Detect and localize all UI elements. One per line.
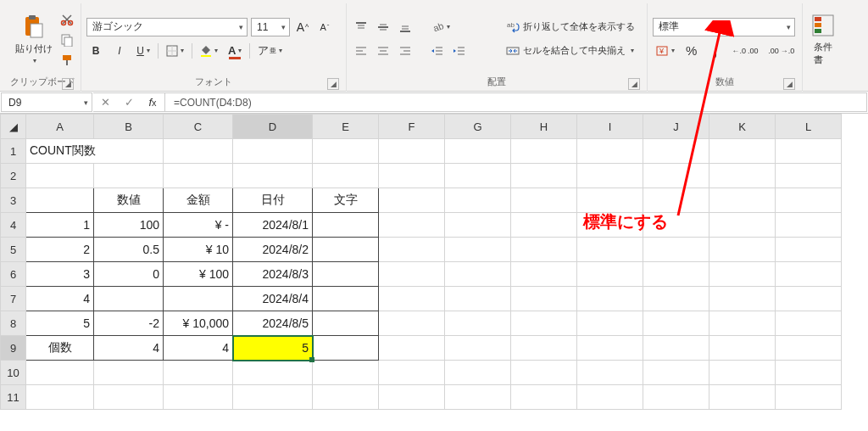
cell[interactable] (776, 287, 842, 311)
fill-color-button[interactable]: ▾ (198, 42, 220, 60)
percent-button[interactable]: % (682, 42, 701, 60)
increase-decimal-button[interactable]: ←.0.00 (730, 42, 761, 60)
cell[interactable] (379, 262, 445, 287)
cell[interactable]: 文字 (313, 188, 379, 213)
cell[interactable] (313, 213, 379, 238)
cell[interactable] (379, 188, 445, 213)
col-header[interactable]: E (313, 115, 379, 139)
cell[interactable]: 4 (164, 336, 233, 361)
cell[interactable] (643, 361, 709, 385)
dialog-launcher-icon[interactable]: ◢ (327, 78, 339, 90)
col-header[interactable]: F (379, 115, 445, 139)
cell[interactable]: 0.5 (94, 238, 164, 262)
row-header[interactable]: 4 (1, 213, 26, 238)
name-box[interactable]: D9 ▾ (1, 92, 92, 112)
active-cell[interactable]: 5 (233, 336, 313, 361)
cell[interactable] (379, 311, 445, 336)
enter-formula-button[interactable]: ✓ (117, 96, 141, 109)
cell[interactable] (445, 311, 511, 336)
cell[interactable] (379, 361, 445, 385)
cell[interactable] (164, 164, 233, 188)
cell[interactable] (577, 262, 643, 287)
decrease-font-button[interactable]: Aˇ (315, 18, 334, 36)
cell[interactable] (577, 188, 643, 213)
cell[interactable]: ¥ 10,000 (164, 311, 233, 336)
cell[interactable] (313, 238, 379, 262)
cell[interactable]: 2024/8/2 (233, 238, 313, 262)
conditional-formatting-button[interactable]: 条件書 (808, 14, 838, 66)
cell[interactable] (313, 164, 379, 188)
cell[interactable] (511, 385, 577, 410)
cell[interactable] (26, 361, 94, 385)
align-right-button[interactable] (396, 42, 415, 60)
row-header[interactable]: 8 (1, 311, 26, 336)
italic-button[interactable]: I (110, 42, 129, 60)
cell[interactable] (445, 262, 511, 287)
col-header[interactable]: H (511, 115, 577, 139)
format-painter-button[interactable] (59, 53, 75, 68)
cell[interactable] (643, 164, 709, 188)
cell[interactable]: 日付 (233, 188, 313, 213)
cell[interactable] (511, 361, 577, 385)
cell[interactable] (26, 385, 94, 410)
col-header[interactable]: K (709, 115, 776, 139)
cell[interactable]: -2 (94, 311, 164, 336)
cell[interactable] (511, 287, 577, 311)
cell[interactable] (379, 287, 445, 311)
cell[interactable]: 4 (94, 336, 164, 361)
cell[interactable] (26, 188, 94, 213)
cell[interactable]: ¥ 10 (164, 238, 233, 262)
cell[interactable] (94, 164, 164, 188)
cell[interactable]: 金額 (164, 188, 233, 213)
cell[interactable] (577, 287, 643, 311)
font-name-combo[interactable]: 游ゴシック ▾ (86, 18, 248, 36)
cell[interactable] (776, 361, 842, 385)
copy-button[interactable] (59, 32, 75, 48)
cell[interactable] (511, 238, 577, 262)
cell[interactable] (313, 262, 379, 287)
cell[interactable] (643, 139, 709, 164)
decrease-decimal-button[interactable]: .00→.0 (765, 42, 797, 60)
bold-button[interactable]: B (86, 42, 105, 60)
cell[interactable] (445, 238, 511, 262)
cell[interactable] (709, 287, 776, 311)
cell[interactable] (709, 361, 776, 385)
cell[interactable] (233, 164, 313, 188)
cell[interactable] (577, 336, 643, 361)
cell[interactable] (511, 262, 577, 287)
cell[interactable]: ¥ 100 (164, 262, 233, 287)
row-header[interactable]: 9 (1, 336, 26, 361)
row-header[interactable]: 1 (1, 139, 26, 164)
cell[interactable] (709, 262, 776, 287)
cell[interactable] (94, 361, 164, 385)
cell[interactable] (313, 139, 379, 164)
accounting-format-button[interactable]: ¥▾ (653, 42, 677, 60)
cell[interactable] (709, 164, 776, 188)
dialog-launcher-icon[interactable]: ◢ (783, 78, 795, 90)
cell[interactable] (379, 385, 445, 410)
row-header[interactable]: 3 (1, 188, 26, 213)
cell[interactable] (313, 287, 379, 311)
cell[interactable] (313, 336, 379, 361)
col-header[interactable]: D (233, 115, 313, 139)
cell[interactable] (709, 213, 776, 238)
col-header[interactable]: A (26, 115, 94, 139)
decrease-indent-button[interactable] (428, 42, 447, 60)
cell[interactable] (643, 336, 709, 361)
cell[interactable] (94, 287, 164, 311)
col-header[interactable]: L (776, 115, 842, 139)
formula-input[interactable]: =COUNT(D4:D8) (165, 92, 867, 112)
cell[interactable] (233, 385, 313, 410)
cell[interactable] (643, 188, 709, 213)
wrap-text-button[interactable]: ab 折り返して全体を表示する (506, 18, 642, 36)
cell[interactable] (379, 164, 445, 188)
cell[interactable] (164, 361, 233, 385)
cell[interactable] (709, 311, 776, 336)
cell[interactable] (379, 213, 445, 238)
cell[interactable] (577, 311, 643, 336)
cell[interactable] (511, 188, 577, 213)
font-size-combo[interactable]: 11 ▾ (251, 18, 290, 36)
cell[interactable]: 2024/8/4 (233, 287, 313, 311)
row-header[interactable]: 10 (1, 361, 26, 385)
cell[interactable] (233, 139, 313, 164)
